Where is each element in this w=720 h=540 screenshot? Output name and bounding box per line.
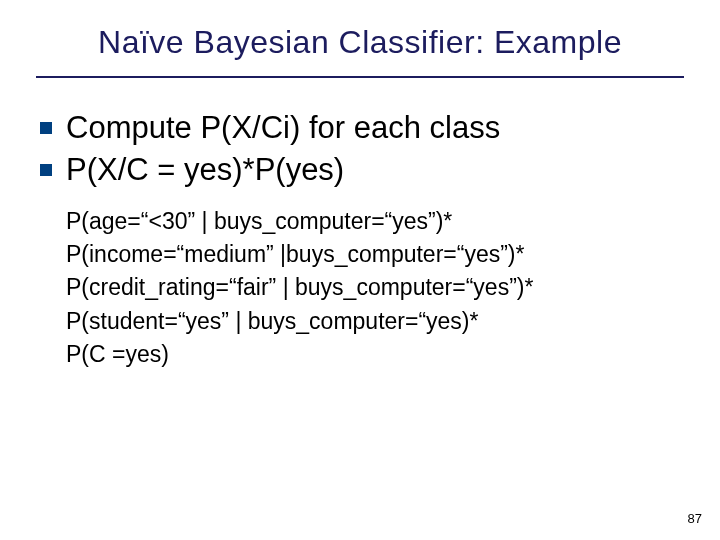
detail-block: P(age=“<30” | buys_computer=“yes”)* P(in…	[66, 205, 680, 372]
page-number: 87	[688, 511, 702, 526]
slide: Naïve Bayesian Classifier: Example Compu…	[0, 0, 720, 540]
detail-line: P(income=“medium” |buys_computer=“yes”)*	[66, 238, 680, 271]
square-bullet-icon	[40, 122, 52, 134]
detail-line: P(age=“<30” | buys_computer=“yes”)*	[66, 205, 680, 238]
bullet-item: Compute P(X/Ci) for each class	[40, 108, 680, 148]
detail-line: P(C =yes)	[66, 338, 680, 371]
slide-title: Naïve Bayesian Classifier: Example	[0, 24, 720, 61]
title-underline	[36, 76, 684, 78]
detail-line: P(student=“yes” | buys_computer=“yes)*	[66, 305, 680, 338]
slide-body: Compute P(X/Ci) for each class P(X/C = y…	[40, 108, 680, 371]
square-bullet-icon	[40, 164, 52, 176]
detail-line: P(credit_rating=“fair” | buys_computer=“…	[66, 271, 680, 304]
bullet-text: P(X/C = yes)*P(yes)	[66, 150, 344, 190]
bullet-text: Compute P(X/Ci) for each class	[66, 108, 500, 148]
bullet-item: P(X/C = yes)*P(yes)	[40, 150, 680, 190]
